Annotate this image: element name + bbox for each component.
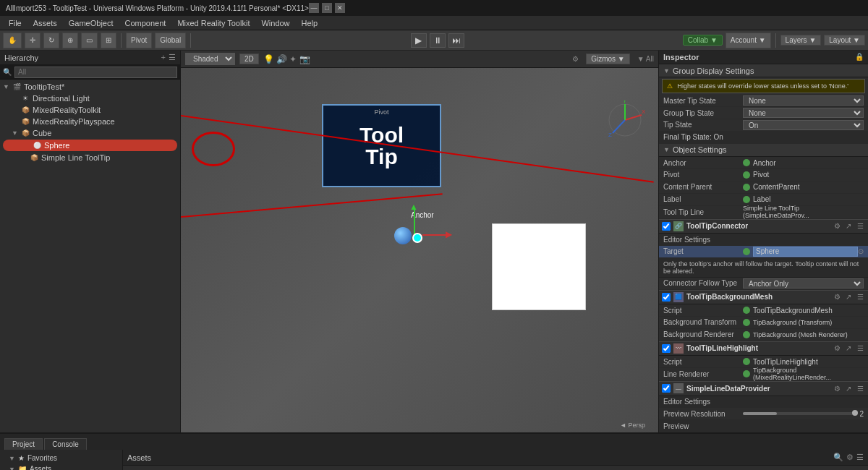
- svg-line-1: [625, 115, 642, 120]
- shaded-dropdown[interactable]: Shaded: [185, 53, 235, 65]
- rotate-tool[interactable]: ↻: [43, 33, 59, 48]
- bg-checkbox[interactable]: [662, 293, 671, 302]
- object-settings-section[interactable]: ▼ Object Settings: [659, 144, 868, 158]
- 2d-button[interactable]: 2D: [239, 54, 259, 64]
- menu-file[interactable]: File: [3, 17, 27, 29]
- menu-help[interactable]: Help: [296, 17, 324, 29]
- line-btn1[interactable]: ⚙: [832, 343, 842, 354]
- tooltip-line-header[interactable]: 〰 ToolTipLineHighlight ⚙ ↗ ☰: [659, 341, 868, 356]
- layout-button[interactable]: Layout ▼: [824, 35, 865, 46]
- line-btn3[interactable]: ☰: [855, 343, 865, 354]
- layers-button[interactable]: Layers ▼: [780, 35, 822, 46]
- group-display-section[interactable]: ▼ Group Display Settings: [659, 64, 868, 78]
- gizmos-button[interactable]: Gizmos ▼: [586, 54, 630, 64]
- field-value[interactable]: None: [743, 95, 864, 106]
- assets-search-icon[interactable]: 🔍: [833, 453, 843, 462]
- field-value: Simple Line ToolTip (SimpleLineDataProv.…: [743, 205, 864, 219]
- rect-tool[interactable]: ▭: [81, 33, 98, 48]
- field-label: Tool Tip Line: [663, 208, 743, 216]
- assets-menu-icon[interactable]: ☰: [856, 453, 864, 462]
- assets-settings-icon[interactable]: ⚙: [846, 453, 854, 462]
- red-line-2: [181, 193, 443, 218]
- close-button[interactable]: ✕: [335, 3, 345, 13]
- field-value: [743, 247, 858, 257]
- connector-checkbox[interactable]: [662, 222, 671, 231]
- field-value[interactable]: 2: [743, 410, 864, 418]
- simpleline-header[interactable]: — SimpleLineDataProvider ⚙ ↗ ☰: [659, 381, 868, 396]
- anchor-dot: [743, 159, 750, 166]
- line-checkbox[interactable]: [662, 344, 671, 353]
- move-tool[interactable]: ✛: [25, 33, 41, 48]
- connector-btn1[interactable]: ⚙: [832, 221, 842, 231]
- scale-tool[interactable]: ⊕: [62, 33, 78, 48]
- pause-button[interactable]: ⏸: [430, 33, 446, 48]
- target-input[interactable]: [753, 247, 858, 257]
- tree-item-mrplayspace[interactable]: 📦 MixedRealityPlayspace: [0, 116, 180, 127]
- line-btn2[interactable]: ↗: [843, 343, 854, 354]
- global-button[interactable]: Global: [155, 33, 186, 48]
- connector-follow-select[interactable]: Anchor Only: [743, 278, 864, 289]
- bg-btn3[interactable]: ☰: [855, 292, 865, 302]
- bottom-area: Project Console ▼ ★ Favorites ▼ 📁 Assets…: [0, 432, 868, 470]
- warning-text: Higher states will override lower states…: [678, 82, 849, 90]
- project-content: ▼ ★ Favorites ▼ 📁 Assets 📁 MixedRealityT…: [0, 450, 868, 470]
- menu-mrtk[interactable]: Mixed Reality Toolkit: [171, 17, 255, 29]
- bg-btn1[interactable]: ⚙: [832, 292, 842, 302]
- tree-item-mrtk[interactable]: 📦 MixedRealityToolkit: [0, 104, 180, 116]
- tree-label: Simple Line ToolTip: [41, 153, 110, 162]
- scene-view[interactable]: Pivot ToolTip Anchor ▶ ▲: [181, 68, 658, 432]
- tree-item-cube[interactable]: ▼ 📦 Cube: [0, 127, 180, 139]
- tree-item-sphere[interactable]: ⚪ Sphere: [3, 140, 177, 151]
- hierarchy-header-icons[interactable]: + ☰: [161, 53, 176, 62]
- menu-assets[interactable]: Assets: [27, 17, 63, 29]
- script-dot: [743, 307, 750, 314]
- field-label: Script: [663, 358, 743, 366]
- transform-tool[interactable]: ⊞: [101, 33, 116, 48]
- minimize-button[interactable]: —: [309, 3, 319, 13]
- sidebar-assets[interactable]: ▼ 📁 Assets: [0, 463, 122, 470]
- play-button[interactable]: ▶: [411, 33, 427, 48]
- simpleline-btn1[interactable]: ⚙: [832, 383, 842, 393]
- tip-state-select[interactable]: On: [743, 120, 864, 130]
- tooltip-connector-header[interactable]: 🔗 ToolTipConnector ⚙ ↗ ☰: [659, 219, 868, 234]
- menu-window[interactable]: Window: [255, 17, 295, 29]
- connector-btn3[interactable]: ☰: [855, 221, 865, 231]
- scene-icons: 💡 🔊 ✦ 📷: [263, 54, 310, 64]
- field-value[interactable]: None: [743, 108, 864, 118]
- maximize-button[interactable]: □: [322, 3, 332, 13]
- go-icon: ⚪: [32, 140, 42, 150]
- pivot-button[interactable]: Pivot: [126, 33, 152, 48]
- hierarchy-icon2[interactable]: ☰: [169, 53, 176, 62]
- tab-project[interactable]: Project: [4, 438, 43, 450]
- hierarchy-icon1[interactable]: +: [161, 53, 166, 62]
- simpleline-checkbox[interactable]: [662, 384, 671, 393]
- bg-btn2[interactable]: ↗: [843, 292, 854, 302]
- simpleline-btn2[interactable]: ↗: [843, 383, 854, 393]
- tooltip-bg-header[interactable]: 🟦 ToolTipBackgroundMesh ⚙ ↗ ☰: [659, 290, 868, 305]
- menu-component[interactable]: Component: [119, 17, 172, 29]
- master-tip-state-select[interactable]: None: [743, 95, 864, 106]
- tree-item-simplelinetip[interactable]: 📦 Simple Line ToolTip: [0, 152, 180, 163]
- target-link-icon[interactable]: ⊙: [858, 247, 864, 255]
- simpleline-btn3[interactable]: ☰: [855, 383, 865, 393]
- field-line-renderer: Line Renderer TipBackground (MixedRealit…: [659, 368, 868, 381]
- tree-item-tooltiptest[interactable]: ▼ 🎬 TooltipTest*: [0, 81, 180, 93]
- title-bar-controls[interactable]: — □ ✕: [309, 3, 345, 13]
- tree-arrow: ▼: [12, 129, 20, 137]
- group-tip-state-select[interactable]: None: [743, 108, 864, 118]
- account-button[interactable]: Account ▼: [726, 33, 771, 48]
- collab-button[interactable]: Collab ▼: [683, 35, 723, 46]
- field-value[interactable]: Anchor Only: [743, 278, 864, 289]
- hand-tool[interactable]: ✋: [3, 33, 22, 48]
- sidebar-favorites[interactable]: ▼ ★ Favorites: [0, 453, 122, 463]
- search-input[interactable]: [14, 67, 177, 78]
- field-value[interactable]: On: [743, 120, 864, 130]
- connector-btn2[interactable]: ↗: [843, 221, 854, 231]
- step-button[interactable]: ⏭: [448, 33, 464, 48]
- menu-gameobject[interactable]: GameObject: [63, 17, 119, 29]
- hierarchy-content: ▼ 🎬 TooltipTest* ☀ Directional Light 📦 M…: [0, 80, 180, 432]
- tree-label: TooltipTest*: [24, 82, 64, 91]
- tab-console[interactable]: Console: [44, 438, 87, 450]
- tree-item-directionallight[interactable]: ☀ Directional Light: [0, 93, 180, 104]
- assets-icon: 📁: [18, 465, 27, 470]
